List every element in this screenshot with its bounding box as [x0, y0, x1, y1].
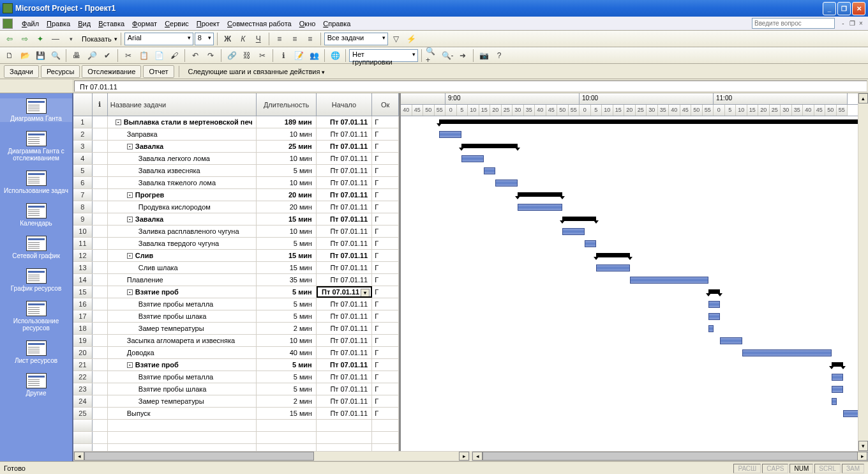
task-name-cell[interactable]: -Взятие проб [108, 286, 257, 298]
task-name-cell[interactable]: Заправка [108, 128, 257, 140]
copy-picture-button[interactable]: 📷 [477, 49, 491, 63]
doc-close-button[interactable]: × [857, 20, 865, 27]
table-row[interactable]: 22Взятие пробы металла5 минПт 07.01.11Г [73, 371, 399, 383]
info-cell[interactable] [93, 371, 108, 383]
duration-cell[interactable]: 40 мин [257, 347, 316, 358]
outdent-button[interactable]: ✦ [33, 32, 47, 46]
start-cell[interactable]: Пт 07.01.11 [317, 141, 372, 152]
project-icon[interactable] [3, 19, 13, 29]
duration-cell[interactable]: 35 мин [257, 274, 316, 286]
end-cell[interactable]: Г [372, 238, 399, 249]
info-cell[interactable] [93, 395, 108, 407]
table-row[interactable]: 6Завалка тяжелого лома10 минПт 07.01.11Г [73, 177, 399, 189]
table-row[interactable]: 12-Слив15 минПт 07.01.11Г [73, 250, 399, 262]
guide-tab-задачи[interactable]: Задачи [4, 65, 39, 78]
outline-collapse-icon[interactable]: - [127, 144, 133, 149]
task-name-cell[interactable]: Засыпка агломарета и извесняка [108, 335, 257, 346]
doc-minimize-button[interactable]: - [839, 20, 848, 27]
info-cell[interactable] [93, 177, 108, 188]
end-cell[interactable]: Г [372, 310, 399, 322]
viewbar-item[interactable]: Календарь [0, 203, 72, 227]
end-cell[interactable]: Г [372, 213, 399, 225]
summary-bar[interactable] [461, 144, 518, 148]
gantt-row[interactable] [401, 128, 858, 141]
show-label[interactable]: Показать [79, 34, 114, 44]
forward-button[interactable]: ⇨ [18, 32, 32, 46]
menu-совместная работа[interactable]: Совместная работа [223, 19, 296, 29]
task-name-cell[interactable]: Завалка легкого лома [108, 153, 257, 164]
info-cell[interactable] [93, 359, 108, 371]
info-cell[interactable] [93, 250, 108, 261]
task-bar[interactable] [720, 337, 742, 344]
row-header-corner[interactable] [73, 93, 93, 116]
row-number[interactable]: 10 [73, 226, 93, 237]
row-number[interactable]: 6 [73, 177, 93, 188]
minimize-button[interactable]: _ [823, 2, 836, 15]
start-cell[interactable]: Пт 07.01.11 [317, 286, 373, 298]
row-number[interactable]: 21 [73, 359, 93, 371]
gantt-row[interactable] [401, 359, 858, 371]
table-row[interactable]: 2Заправка10 минПт 07.01.11Г [73, 128, 399, 141]
table-row[interactable]: 13Слив шлака15 минПт 07.01.11Г [73, 262, 399, 274]
assign-button[interactable]: 👥 [307, 49, 321, 63]
menu-вид[interactable]: Вид [74, 19, 94, 29]
table-row[interactable]: 23Взятие пробы шлака5 минПт 07.01.11Г [73, 383, 399, 395]
task-name-cell[interactable]: -Завалка [108, 141, 257, 152]
link-button[interactable]: 🔗 [225, 49, 239, 63]
column-header-end[interactable]: Ок [372, 93, 399, 116]
start-cell[interactable]: Пт 07.01.11 [317, 128, 372, 140]
start-cell[interactable]: Пт 07.01.11 [317, 408, 372, 419]
info-cell[interactable] [93, 262, 108, 273]
info-cell[interactable] [93, 238, 108, 249]
table-row[interactable]: 18Замер температуры2 минПт 07.01.11Г [73, 323, 399, 335]
viewbar-item[interactable]: Использование задач [0, 171, 72, 194]
menu-справка[interactable]: Справка [319, 19, 354, 29]
gantt-row[interactable] [401, 116, 858, 128]
gantt-hscrollbar[interactable]: ◂ ▸ [472, 451, 868, 461]
viewbar-item[interactable]: Диаграмма Ганта [0, 98, 72, 122]
info-cell[interactable] [93, 189, 108, 201]
italic-button[interactable]: К [236, 32, 250, 46]
viewbar-item[interactable]: Диаграмма Ганта с отслеживанием [0, 131, 72, 162]
task-name-cell[interactable]: Завалка твердого чугуна [108, 238, 257, 249]
task-bar[interactable] [461, 155, 484, 162]
start-cell[interactable]: Пт 07.01.11 [317, 310, 372, 322]
duration-cell[interactable]: 15 мин [257, 262, 316, 273]
task-name-cell[interactable]: -Взятие проб [108, 359, 257, 371]
info-button[interactable]: ℹ [276, 49, 290, 63]
viewbar-item[interactable]: Другие [0, 373, 72, 397]
task-bar[interactable] [708, 301, 720, 308]
task-name-cell[interactable]: -Завалка [108, 213, 257, 225]
row-number[interactable]: 2 [73, 128, 93, 140]
task-bar[interactable] [484, 167, 495, 174]
task-bar[interactable] [495, 180, 518, 187]
duration-cell[interactable]: 5 мин [257, 286, 316, 298]
task-table[interactable]: ℹ Название задачи Длительность Начало Ок… [73, 93, 401, 451]
maximize-button[interactable]: ❐ [837, 2, 851, 15]
end-cell[interactable]: Г [372, 250, 399, 261]
info-cell[interactable] [93, 201, 108, 213]
row-number[interactable]: 19 [73, 335, 93, 346]
task-name-cell[interactable]: Замер температуры [108, 323, 257, 334]
info-cell[interactable] [93, 310, 108, 322]
column-header-start[interactable]: Начало [317, 93, 372, 116]
task-name-cell[interactable]: Завалка извесняка [108, 165, 257, 176]
end-cell[interactable]: Г [372, 165, 399, 176]
print-button[interactable]: 🖶 [70, 49, 84, 63]
end-cell[interactable]: Г [372, 395, 399, 407]
gantt-row[interactable] [401, 408, 858, 420]
row-number[interactable]: 14 [73, 274, 93, 286]
guide-tab-ресурсы[interactable]: Ресурсы [41, 65, 80, 78]
info-cell[interactable] [93, 153, 108, 164]
start-cell[interactable]: Пт 07.01.11 [317, 323, 372, 334]
table-row[interactable]: 24Замер температуры2 минПт 07.01.11Г [73, 395, 399, 408]
row-number[interactable]: 13 [73, 262, 93, 273]
table-row[interactable]: 25Выпуск15 минПт 07.01.11Г [73, 408, 399, 420]
table-row[interactable]: 1-Выплавка стали в мертеновской печ189 м… [73, 116, 399, 128]
viewbar-item[interactable]: Лист ресурсов [0, 340, 72, 364]
end-cell[interactable]: Г [372, 128, 399, 140]
viewbar-item[interactable]: Использование ресурсов [0, 301, 72, 332]
start-cell[interactable]: Пт 07.01.11 [317, 359, 372, 371]
task-name-cell[interactable]: Взятие пробы шлака [108, 383, 257, 395]
search-button[interactable]: 🔍 [49, 49, 63, 63]
